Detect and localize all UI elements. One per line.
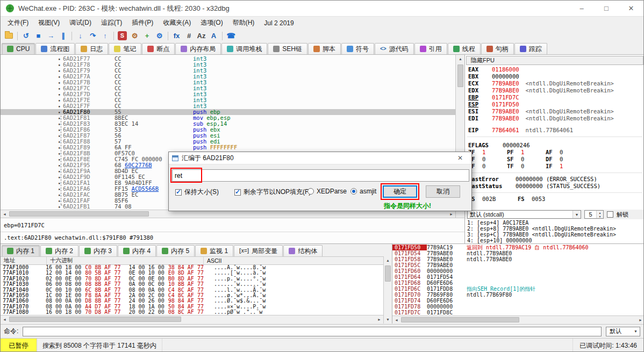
xedparse-option[interactable]: XEDParse (307, 188, 347, 195)
register-row[interactable]: EDX77B9ABE0<ntdll.DbgUiRemoteBreakin> (465, 87, 644, 94)
asmjit-radio[interactable] (350, 188, 357, 195)
asmjit-option[interactable]: asmjit (350, 188, 376, 195)
keep-size-option[interactable]: 保持大小(S) (175, 188, 219, 197)
close-button[interactable]: ✕ (619, 1, 643, 16)
tab-locals[interactable]: [x=]局部变量 (234, 245, 283, 256)
tab-call-stack[interactable]: 调用堆栈 (221, 43, 267, 54)
scroll-right-icon[interactable]: ► (636, 316, 644, 324)
tab-breakpoints[interactable]: 断点 (142, 43, 175, 54)
stack-row[interactable]: 0171FD68D60FE6D6 (392, 280, 644, 286)
help-phone-icon[interactable]: ☎ (225, 30, 237, 41)
tab-dump-3[interactable]: 内存 3 (79, 245, 117, 256)
register-row[interactable]: EBX00000000 (465, 73, 644, 80)
tab-script[interactable]: 脚本 (308, 43, 341, 54)
menu-item[interactable]: 帮助(H) (228, 18, 260, 27)
tab-dump-2[interactable]: 内存 2 (40, 245, 78, 256)
tab-log[interactable]: 日志 (75, 43, 108, 54)
tab-source[interactable]: <>源代码 (375, 43, 414, 54)
register-row[interactable]: EBP0171FD7C (465, 94, 644, 101)
stack-row[interactable]: 0171FD5077B9AC19返回到 ntdll.77B9AC19 自 ntd… (392, 245, 644, 250)
scroll-left-icon[interactable]: ◄ (392, 316, 400, 324)
scroll-thumb[interactable] (9, 211, 149, 217)
run-to-return-icon[interactable]: ↑ (99, 30, 111, 41)
stack-argument-row[interactable]: 3: [esp+C] 77B9ABE0 <ntdll.DbgUiRemoteBr… (467, 232, 642, 238)
dump-horizontal-scrollbar[interactable]: ◄ ► (1, 315, 383, 324)
register-row[interactable]: EFLAGS00000246 (465, 142, 644, 149)
stop-icon[interactable]: ■ (32, 30, 45, 41)
menu-item[interactable]: 调试(D) (65, 18, 96, 27)
tab-dump-4[interactable]: 内存 4 (118, 245, 156, 256)
menu-item[interactable]: 收藏夹(A) (158, 18, 196, 27)
find-pattern-icon[interactable]: A (207, 30, 220, 41)
stack-argument-row[interactable]: 4: [esp+10] 00000000 (467, 238, 642, 243)
argument-count-spinner[interactable]: 5 ▲ ▼ (584, 210, 604, 219)
stack-row[interactable]: 0171FD5477B9ABE0ntdll.77B9ABE0 (392, 250, 644, 256)
tab-watch-1[interactable]: 监视 1 (195, 245, 233, 256)
hash-icon[interactable]: # (183, 30, 195, 41)
step-into-icon[interactable]: ↓ (74, 30, 87, 41)
tab-cpu[interactable]: CPU (2, 43, 35, 54)
memory-dump-pane[interactable]: 77AF100016 00 18 00C0 8B AF 7714 00 16 0… (1, 265, 383, 315)
stack-row[interactable]: 0171FD5C77B9ABE0 (392, 262, 644, 268)
plugins-icon[interactable]: ⚙ (153, 30, 166, 41)
register-row[interactable]: ESP0171FD50 (465, 101, 644, 108)
tab-struct[interactable]: 结构体 (283, 245, 323, 256)
restart-icon[interactable]: ↺ (20, 30, 32, 41)
fx-icon[interactable]: fx (170, 30, 183, 41)
stack-row[interactable]: 0171FD640171FD54 (392, 274, 644, 280)
stack-argument-row[interactable]: 2: [esp+8] 77B9ABE0 <ntdll.DbgUiRemoteBr… (467, 226, 642, 232)
scroll-thumb[interactable] (385, 265, 391, 282)
scroll-right-icon[interactable]: ► (375, 315, 383, 324)
scroll-left-icon[interactable]: ◄ (1, 210, 9, 218)
tab-trace[interactable]: 跟踪 (514, 43, 547, 54)
keep-size-checkbox[interactable] (175, 189, 182, 196)
stack-row[interactable]: 0171FD7C0171FD8C (392, 310, 644, 315)
dump-vertical-scrollbar[interactable]: ▲ ▼ (383, 256, 392, 324)
open-file-icon[interactable] (3, 30, 15, 41)
registers-panel[interactable]: 隐藏FPU EAX01186000EBX00000000ECX77B9ABE0<… (464, 55, 644, 210)
tab-seh[interactable]: SEH链 (268, 43, 307, 54)
tab-handles[interactable]: 句柄 (481, 43, 514, 54)
register-row[interactable]: LastStatus00000000 (STATUS_SUCCESS) (465, 183, 644, 190)
hide-fpu-button[interactable]: 隐藏FPU (466, 56, 643, 65)
stack-horizontal-scrollbar[interactable]: ◄ ► (392, 315, 644, 324)
dump-row[interactable]: 77AF108016 00 18 0070 D8 AF 7720 00 22 0… (1, 310, 383, 315)
step-over-icon[interactable]: ↷ (87, 30, 99, 41)
assembly-instruction-input[interactable] (172, 169, 469, 182)
title-bar[interactable]: WeChat.exe - PID: 263C - 模块: wechatwin.d… (1, 1, 643, 17)
scroll-left-icon[interactable]: ◄ (1, 315, 9, 324)
strings-icon[interactable]: Az (195, 30, 207, 41)
flags-row[interactable]: ZF1PF1AF0 (465, 149, 644, 156)
command-input[interactable] (23, 327, 602, 336)
scroll-up-icon[interactable]: ▲ (456, 55, 464, 63)
ok-button[interactable]: 确定 (383, 185, 417, 198)
maximize-button[interactable]: □ (594, 1, 619, 16)
scroll-up-icon[interactable]: ▲ (384, 256, 392, 264)
flags-row[interactable]: CF0TF0IF1 (465, 163, 644, 170)
menu-item[interactable]: Jul 2 2019 (259, 19, 298, 27)
scroll-thumb[interactable] (401, 317, 519, 322)
minimize-button[interactable]: – (569, 1, 594, 16)
flags-row[interactable]: OF0SF0DF0 (465, 156, 644, 163)
spinner-up-icon[interactable]: ▲ (597, 211, 603, 214)
tab-dump-1[interactable]: 内存 1 (2, 245, 40, 256)
tab-symbols[interactable]: 符号 (341, 43, 374, 54)
nop-fill-option[interactable]: 剩余字节以NOP填充(F) (234, 188, 311, 197)
patches-icon[interactable]: + (141, 30, 153, 41)
menu-item[interactable]: 插件(P) (127, 18, 158, 27)
run-icon[interactable]: → (45, 30, 57, 41)
tab-references[interactable]: 引用 (414, 43, 447, 54)
stack-arguments-panel[interactable]: 1: [esp+4] A0C17EEA2: [esp+8] 77B9ABE0 <… (464, 219, 644, 243)
stack-row[interactable]: 0171FD5877B9ABE0ntdll.77B9ABE0 (392, 256, 644, 262)
stack-argument-row[interactable]: 1: [esp+4] A0C17EEA (467, 220, 642, 226)
tab-notes[interactable]: 笔记 (109, 43, 141, 54)
tab-graph[interactable]: 流程图 (35, 43, 75, 54)
tab-dump-5[interactable]: 内存 5 (156, 245, 195, 256)
stack-row[interactable]: 0171FD7800000000 (392, 304, 644, 310)
stack-pane[interactable]: 0171FD5077B9AC19返回到 ntdll.77B9AC19 自 ntd… (392, 243, 644, 324)
scroll-thumb[interactable] (9, 317, 181, 322)
stack-row[interactable]: 0171FD6000000000 (392, 268, 644, 274)
menu-item[interactable]: 文件(F) (3, 18, 33, 27)
calling-convention-select[interactable]: 默认 (stdcall) ▼ (467, 210, 581, 219)
tab-memory-map[interactable]: 内存布局 (175, 43, 221, 54)
